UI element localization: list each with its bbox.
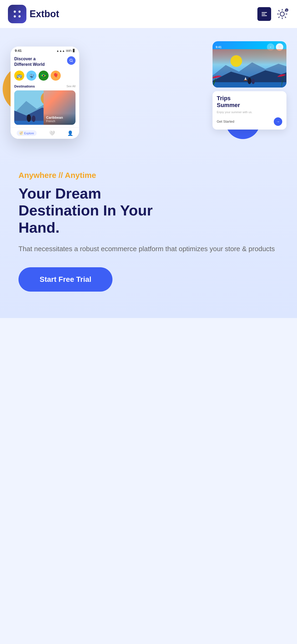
- header: Extbot ⚙: [0, 0, 297, 28]
- svg-rect-5: [262, 14, 265, 15]
- phone-bottom-nav: 🧭 Explore 🤍 👤: [11, 127, 79, 139]
- cat-dive-icon: 🤿: [26, 71, 36, 81]
- settings-button[interactable]: ⚙: [275, 7, 289, 21]
- svg-point-2: [14, 15, 16, 17]
- get-started-arrow-btn[interactable]: →: [274, 117, 282, 126]
- svg-point-3: [18, 15, 21, 17]
- phone-time: 9:41: [15, 49, 22, 53]
- svg-rect-4: [262, 12, 267, 13]
- phone-status-bar: 9:41 ▲▲▲ WiFi ▊: [11, 47, 79, 54]
- main-heading: Your Dream Destination In Your Hand.: [18, 185, 279, 236]
- card-time: 9:41: [216, 45, 221, 49]
- profile-nav-item[interactable]: 👤: [67, 130, 73, 136]
- card-info: Caribbean French: [44, 113, 76, 125]
- menu-button[interactable]: [257, 7, 271, 21]
- phone-signal-icons: ▲▲▲ WiFi ▊: [56, 49, 75, 52]
- logo-icon: [8, 5, 26, 23]
- trips-card: Trips Summer Enjoy your summer with us. …: [213, 91, 286, 130]
- phone-left-mockup: 9:41 ▲▲▲ WiFi ▊ Discover a Different Wor…: [11, 47, 79, 139]
- svg-point-1: [18, 11, 21, 13]
- heading-line1: Your Dream: [18, 185, 101, 202]
- favorites-nav-item[interactable]: 🤍: [49, 130, 55, 136]
- heading-line3: Hand.: [18, 219, 60, 236]
- get-started-label[interactable]: Get Started: [217, 119, 234, 123]
- start-free-trial-button[interactable]: Start Free Trial: [18, 267, 112, 292]
- phone-content: Discover a Different World 🚌 🤿 🇧🇷 🎈: [11, 54, 79, 127]
- category-icons: 🚌 🤿 🇧🇷 🎈: [14, 71, 76, 81]
- svg-point-21: [252, 79, 255, 84]
- logo-text: Extbot: [30, 8, 59, 20]
- phone-header-row: Discover a Different World: [14, 56, 76, 67]
- svg-point-17: [230, 55, 242, 67]
- svg-point-7: [280, 12, 284, 16]
- svg-point-14: [27, 114, 31, 122]
- svg-point-15: [32, 116, 35, 122]
- trips-title-line2: Summer: [217, 102, 282, 109]
- tagline: Anywhere // Anytime: [18, 171, 279, 180]
- destinations-label: Destinations: [14, 84, 35, 88]
- description-text: That necessitates a robust ecommerce pla…: [18, 243, 279, 254]
- phone-search-btn[interactable]: [67, 56, 76, 65]
- trips-description: Enjoy your summer with us.: [217, 111, 282, 114]
- phone-destination-card: Caribbean French: [14, 90, 76, 125]
- text-section: Anywhere // Anytime Your Dream Destinati…: [8, 165, 289, 302]
- header-right: ⚙: [257, 7, 289, 21]
- scenic-card: 9:41 ‹ ♡: [213, 41, 286, 88]
- svg-point-0: [14, 11, 16, 13]
- phones-container: 9:41 ▲▲▲ WiFi ▊ Discover a Different Wor…: [8, 39, 289, 150]
- scenic-art: [213, 49, 286, 88]
- explore-nav-item[interactable]: 🧭 Explore: [17, 130, 36, 136]
- logo-area: Extbot: [8, 5, 59, 23]
- svg-point-20: [248, 78, 251, 84]
- svg-rect-6: [262, 15, 267, 16]
- trips-title-line1: Trips: [217, 95, 282, 102]
- cat-bus-icon: 🚌: [14, 71, 24, 81]
- card-location: Caribbean: [46, 116, 73, 119]
- discover-text: Discover a Different World: [14, 56, 45, 67]
- heading-line2: Destination In Your: [18, 202, 153, 219]
- get-started-row: Get Started →: [217, 117, 282, 126]
- right-cards-area: 9:41 ‹ ♡: [213, 41, 286, 130]
- see-all-link[interactable]: See All: [67, 85, 76, 88]
- cat-brazil-icon: 🇧🇷: [39, 71, 49, 81]
- svg-text:⚙: ⚙: [286, 9, 288, 12]
- hero-section: 9:41 ▲▲▲ WiFi ▊ Discover a Different Wor…: [0, 28, 297, 318]
- destinations-row: Destinations See All: [14, 84, 76, 88]
- cat-balloon-icon: 🎈: [51, 71, 61, 81]
- svg-rect-19: [244, 80, 247, 81]
- card-sublocation: French: [46, 119, 73, 123]
